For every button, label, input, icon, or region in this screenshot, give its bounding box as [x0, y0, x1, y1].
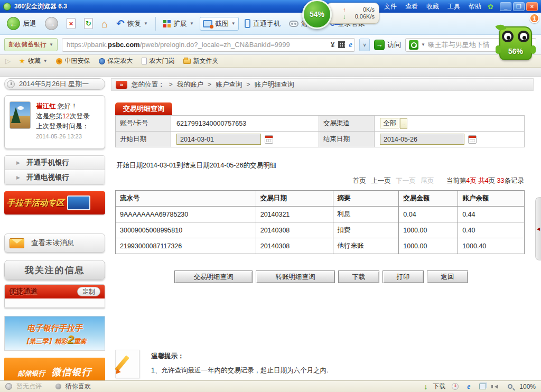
guess-like-label[interactable]: 猜你喜欢 — [66, 382, 91, 391]
bookmark-lead-icon[interactable]: ▷ — [5, 57, 11, 65]
last-login-label: 上次登录时间是： — [36, 122, 89, 132]
table-row: 9AAAAAAAA69785230 20140321 利息 0.04 0.44 — [116, 207, 525, 222]
cell-serial: 30009005008995810 — [116, 222, 256, 238]
current-date: 2014年5月26日 星期一 — [19, 79, 89, 89]
minimize-button[interactable]: _ — [500, 2, 511, 11]
sidebar-collapse-handle[interactable]: ◀ — [535, 197, 541, 260]
page-content: 2014年5月26日 星期一 崔江红 您好！ 这是您第12次登录 上次登录时间是… — [0, 68, 541, 380]
envelope-icon — [10, 238, 24, 248]
bookmark-label: 农大门岗 — [150, 57, 175, 66]
mascot-body: 56% — [499, 26, 532, 60]
forward-button[interactable]: → — [42, 15, 61, 32]
phone-button[interactable]: 直通手机 — [242, 17, 283, 30]
screenshot-button[interactable]: 截图 ▼ — [200, 17, 239, 31]
end-date-input[interactable]: 2014-05-26 — [380, 134, 464, 145]
breadcrumb-detail-query[interactable]: 账户明细查询 — [254, 80, 294, 89]
stop-button[interactable]: × — [64, 16, 78, 31]
activity-banner[interactable]: 手拉手活动专区 — [4, 191, 105, 214]
medical-kit-icon[interactable] — [451, 382, 459, 391]
restore-button[interactable]: ❐ — [513, 2, 525, 11]
return-button[interactable]: 返回 — [427, 270, 468, 283]
sidebar-item-mobile-banking[interactable]: ▶ 开通手机银行 — [5, 156, 105, 170]
customize-button[interactable]: 定制 — [77, 287, 100, 296]
bookmark-item[interactable]: 保定农大 — [99, 57, 133, 66]
favorites-button[interactable]: ★ 收藏 ▼ — [19, 57, 48, 66]
ebank-promo-banner[interactable]: 电子银行手拉手 【第三季】精彩2重奏 — [4, 316, 105, 351]
prev-page-link[interactable]: 上一页 — [371, 177, 391, 184]
bookmarks-bar: ▷ ★ 收藏 ▼ 中国安保 保定农大 农大门岗 新文件夹 — [0, 55, 541, 68]
tips-section: 温馨提示： 1、允许查询最近一年内的交易记录，起止日期为六个月之内. — [115, 350, 534, 378]
col-date: 交易日期 — [256, 191, 333, 207]
bookmark-item[interactable]: 农大门岗 — [142, 57, 175, 66]
wechat-bank-banner[interactable]: 邮储银行 微信银行 — [4, 358, 105, 382]
channel-picker-button[interactable]: .. — [400, 118, 407, 129]
transfer-detail-query-button[interactable]: 转账明细查询 — [256, 270, 335, 283]
qr-code-icon[interactable] — [338, 41, 345, 48]
quick-channel-title: 便捷通道 — [9, 287, 38, 296]
breadcrumb-my-account[interactable]: 我的账户 — [177, 80, 203, 89]
breadcrumb-separator: > — [208, 81, 211, 88]
quick-channel-body — [5, 298, 105, 307]
start-date-input[interactable]: 2014-03-01 — [176, 134, 261, 145]
download-button[interactable]: 下载 — [338, 270, 379, 283]
skin-icon[interactable]: ✿ — [488, 3, 493, 11]
wechat-banner-left: 邮储银行 — [18, 369, 45, 378]
account-label: 账号/卡号 — [116, 116, 171, 132]
site-identity-button[interactable]: 邮政储蓄银行 ▼ — [4, 38, 58, 51]
go-arrow-icon: → — [374, 40, 385, 50]
tab-transaction-detail[interactable]: 交易明细查询 — [115, 102, 172, 115]
first-page-link[interactable]: 首页 — [353, 177, 366, 184]
title-bar: 360安全浏览器 6.3 » 文件 查看 收藏 工具 帮助 ✿ _ ❐ × — [0, 0, 541, 13]
user-info-card: 崔江红 您好！ 这是您第12次登录 上次登录时间是： 2014-05-26 13… — [4, 95, 105, 149]
menu-view[interactable]: 查看 — [405, 2, 418, 11]
transaction-table: 流水号 交易日期 摘要 交易金额 账户余额 9AAAAAAAA69785230 … — [115, 190, 525, 254]
zoom-level[interactable]: 100% — [519, 383, 536, 390]
speaker-icon[interactable] — [492, 382, 500, 391]
notification-badge[interactable]: 1 — [529, 13, 539, 23]
print-button[interactable]: 打印 — [383, 270, 424, 283]
refresh-button[interactable]: ↻ — [81, 16, 96, 31]
fund-safety-icon[interactable]: ¥ — [331, 41, 334, 49]
breadcrumb-account-query[interactable]: 账户查询 — [216, 80, 242, 89]
menu-help[interactable]: 帮助 — [469, 2, 481, 11]
cell-date: 20140308 — [256, 238, 333, 254]
main-content: » 您的位置： > 我的账户 > 账户查询 > 账户明细查询 交易明细查询 账号… — [111, 77, 534, 380]
undo-icon: ↶ — [116, 18, 125, 29]
home-button[interactable]: ⌂ — [99, 17, 110, 31]
extensions-button[interactable]: 扩展 ▼ — [161, 17, 197, 30]
close-button[interactable]: × — [526, 2, 538, 11]
sidebar-item-tv-banking[interactable]: ▶ 开通电视银行 — [5, 170, 105, 184]
download-arrow-icon: ↓ — [424, 382, 427, 391]
download-manager-label[interactable]: 下载 — [433, 382, 445, 391]
toolbar-separator — [155, 17, 156, 31]
transaction-detail-query-button[interactable]: 交易明细查询 — [174, 270, 253, 283]
unread-messages-button[interactable]: 查看未读消息 — [4, 234, 105, 253]
bookmark-label: 新文件夹 — [193, 57, 219, 66]
go-button[interactable]: → 访问 — [374, 40, 401, 50]
menu-tools[interactable]: 工具 — [447, 2, 460, 11]
calendar-icon[interactable] — [265, 135, 273, 144]
ie-compat-icon[interactable]: e — [349, 40, 352, 49]
calendar-icon[interactable] — [468, 135, 477, 144]
menu-favorites[interactable]: 收藏 — [426, 2, 439, 11]
channel-select[interactable]: 全部 — [380, 118, 399, 128]
search-icon[interactable] — [409, 40, 418, 50]
folder-icon — [183, 59, 191, 64]
battery-mascot[interactable]: 56% — [495, 26, 537, 63]
focused-info-button[interactable]: 我关注的信息 — [4, 260, 105, 280]
restore-session-button[interactable]: ↶ 恢复 ▼ — [114, 17, 151, 30]
zoom-icon[interactable] — [506, 382, 514, 391]
url-input[interactable]: https://pbank.psbc.com/pweb/prelogin.do?… — [62, 38, 355, 52]
ie-mode-icon[interactable]: e — [464, 382, 473, 391]
back-button[interactable]: ← 后退 — [4, 15, 39, 32]
bookmark-item[interactable]: 中国安保 — [56, 57, 90, 66]
menu-file[interactable]: 文件 — [384, 2, 397, 11]
cell-amount: 1000.00 — [399, 238, 458, 254]
url-dropdown-button[interactable]: ∨ — [359, 39, 370, 51]
home-icon: ⌂ — [101, 18, 108, 29]
col-serial: 流水号 — [116, 191, 256, 207]
page-status: 当前第4页 共4页 33条记录 — [443, 177, 524, 184]
acceleration-ball[interactable]: 54% — [302, 0, 332, 29]
bookmark-folder[interactable]: 新文件夹 — [183, 57, 219, 66]
windows-layers-icon[interactable] — [478, 382, 487, 391]
